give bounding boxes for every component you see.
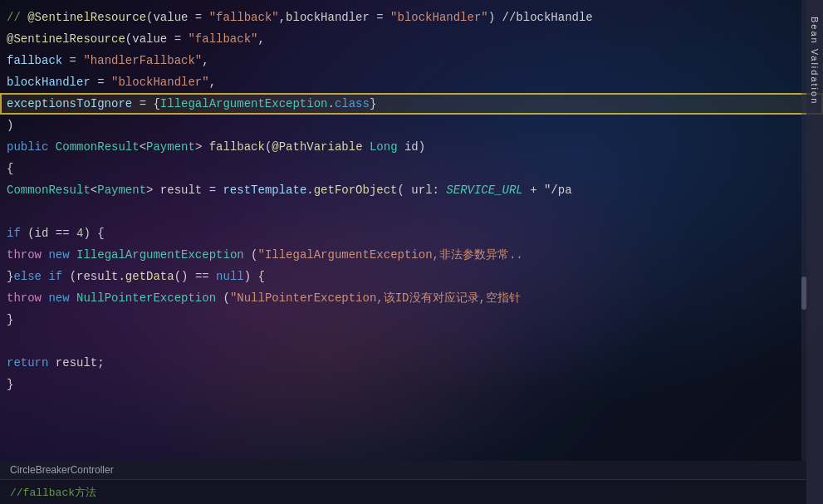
line-content: throw new IllegalArgumentException ("Ill… <box>7 244 813 266</box>
code-token: IllegalArgumentException <box>76 248 244 262</box>
code-token: } <box>370 97 376 110</box>
code-line: CommonResult<Payment> result = restTempl… <box>0 179 823 201</box>
code-token: new <box>48 291 69 305</box>
code-token: @SentinelResource <box>7 32 125 46</box>
code-token: if <box>7 227 21 240</box>
code-token: Payment <box>97 183 146 197</box>
code-token: else <box>13 270 42 283</box>
code-token: "blockHandler" <box>111 76 209 89</box>
code-line: }else if (result.getData() == null) { <box>0 266 823 287</box>
line-content: }else if (result.getData() == null) { <box>7 266 813 287</box>
line-content: CommonResult<Payment> result = restTempl… <box>7 179 813 201</box>
code-token: CommonResult <box>56 140 140 154</box>
code-token: ,blockHandler = <box>279 11 390 24</box>
code-token: < <box>91 183 97 197</box>
code-token: (id == <box>21 227 76 240</box>
code-line: throw new IllegalArgumentException ("Ill… <box>0 244 823 266</box>
code-token: getForObject <box>314 183 398 197</box>
code-token <box>48 140 55 154</box>
code-token: id) <box>398 140 426 154</box>
code-token: public <box>7 140 48 154</box>
line-content: exceptionsToIgnore = {IllegalArgumentExc… <box>7 93 813 115</box>
code-token: } <box>7 313 13 326</box>
line-content: @SentinelResource(value = "fallback", <box>7 28 813 50</box>
side-panel: Bean Validation <box>806 0 823 504</box>
code-token: result; <box>48 356 104 369</box>
code-line: public CommonResult<Payment> fallback(@P… <box>0 136 823 158</box>
code-line: exceptionsToIgnore = {IllegalArgumentExc… <box>0 93 823 115</box>
line-content: } <box>7 309 813 330</box>
code-line: return result; <box>0 352 823 374</box>
line-content: ) <box>7 115 813 136</box>
code-line: } <box>0 374 823 395</box>
line-content: } <box>7 374 813 395</box>
scrollbar-thumb <box>801 276 806 310</box>
code-token: getData <box>125 270 174 283</box>
code-token: NullPointerException <box>76 291 216 305</box>
code-token: ) <box>7 119 13 132</box>
code-token: . <box>306 183 313 197</box>
code-token: CommonResult <box>7 183 91 197</box>
code-token: { <box>7 162 13 175</box>
code-token: = <box>91 76 111 89</box>
side-panel-label: Bean Validation <box>810 17 820 105</box>
code-token: fallback <box>7 54 62 67</box>
line-content: fallback = "handlerFallback", <box>7 50 813 71</box>
code-token: = <box>62 54 83 67</box>
code-token <box>70 291 76 305</box>
code-token: Long <box>370 140 398 154</box>
code-token: + "/pa <box>523 183 572 197</box>
code-editor: // @SentinelResource(value = "fallback",… <box>0 0 823 504</box>
code-line: fallback = "handlerFallback", <box>0 50 823 71</box>
code-token: throw <box>7 291 42 305</box>
code-line: if (id == 4) { <box>0 223 823 244</box>
code-token: return <box>7 356 48 369</box>
bottom-comment: //fallback方法 <box>10 485 96 500</box>
code-token: ) //blockHandle <box>488 11 593 24</box>
code-token: "handlerFallback" <box>83 54 202 67</box>
code-token: "fallback" <box>209 11 279 24</box>
code-line: blockHandler = "blockHandler", <box>0 71 823 93</box>
line-content: throw new NullPointerException ("NullPoi… <box>7 287 813 309</box>
code-token <box>70 248 76 262</box>
code-token: "NullPointerException,该ID没有对应记录,空指针 <box>230 291 521 305</box>
code-token: restTemplate <box>223 183 306 197</box>
code-token: @PathVariable <box>272 140 362 154</box>
code-token: "IllegalArgumentException,非法参数异常.. <box>258 248 523 262</box>
line-content: return result; <box>7 352 813 374</box>
code-token: (result. <box>62 270 125 283</box>
line-content: { <box>7 158 813 179</box>
code-line: { <box>0 158 823 179</box>
code-token: "blockHandler" <box>390 11 488 24</box>
code-token: (value = <box>125 32 189 46</box>
code-line <box>0 330 823 352</box>
code-token: ( <box>244 248 258 262</box>
code-token: , <box>202 54 208 67</box>
code-token: Payment <box>146 140 195 154</box>
code-token: @SentinelResource <box>27 11 146 24</box>
code-token: fallback <box>209 140 265 154</box>
code-token: IllegalArgumentException <box>160 97 328 110</box>
line-content: blockHandler = "blockHandler", <box>7 71 813 93</box>
code-token: exceptionsToIgnore <box>7 97 132 110</box>
code-line: @SentinelResource(value = "fallback", <box>0 28 823 50</box>
code-token: SERVICE_URL <box>446 183 522 197</box>
code-line <box>0 201 823 223</box>
bottom-bar: //fallback方法 <box>0 479 806 504</box>
editor-container: // @SentinelResource(value = "fallback",… <box>0 0 823 504</box>
line-content: public CommonResult<Payment> fallback(@P… <box>7 136 813 158</box>
code-line: } <box>0 309 823 330</box>
code-line: // @SentinelResource(value = "fallback",… <box>0 7 823 28</box>
code-token: = { <box>132 97 160 110</box>
code-token: null <box>216 270 244 283</box>
line-content: // @SentinelResource(value = "fallback",… <box>7 7 813 28</box>
code-line: ) <box>0 115 823 136</box>
code-token: // <box>7 11 27 24</box>
code-token: ) { <box>244 270 265 283</box>
code-token: () == <box>174 270 216 283</box>
code-token: if <box>48 270 62 283</box>
code-token: > result = <box>146 183 223 197</box>
code-token: "fallback" <box>188 32 257 46</box>
code-token: ( <box>216 291 230 305</box>
scrollbar-track[interactable] <box>801 0 806 461</box>
